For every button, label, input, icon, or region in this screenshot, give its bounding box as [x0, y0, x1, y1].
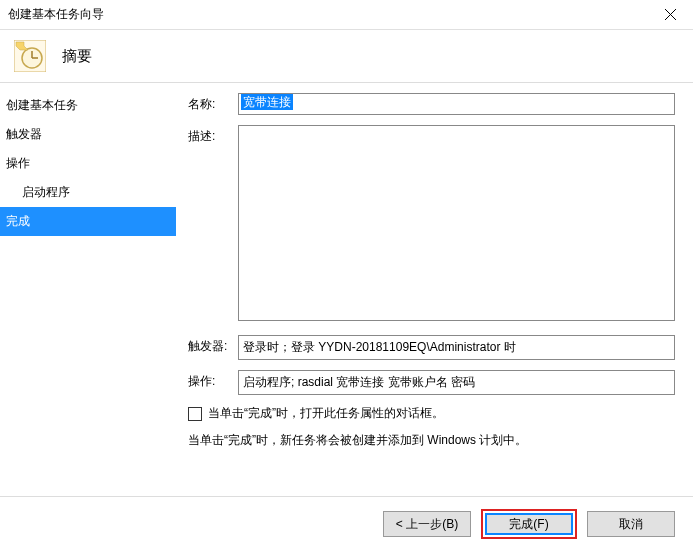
- row-name: 名称: 宽带连接: [188, 93, 675, 115]
- row-action: 操作: 启动程序; rasdial 宽带连接 宽带账户名 密码: [188, 370, 675, 395]
- close-button[interactable]: [648, 0, 693, 30]
- titlebar: 创建基本任务向导: [0, 0, 693, 30]
- action-label: 操作:: [188, 370, 238, 390]
- sidebar-item-start-program[interactable]: 启动程序: [0, 178, 176, 207]
- trigger-value[interactable]: 登录时；登录 YYDN-20181109EQ\Administrator 时: [238, 335, 675, 360]
- wizard-footer: < 上一步(B) 完成(F) 取消: [0, 496, 693, 551]
- clock-icon: [14, 40, 46, 72]
- cancel-button[interactable]: 取消: [587, 511, 675, 537]
- wizard-header: 摘要: [0, 30, 693, 82]
- finish-button-highlight: 完成(F): [481, 509, 577, 539]
- page-title: 摘要: [62, 47, 92, 66]
- open-properties-label: 当单击“完成”时，打开此任务属性的对话框。: [208, 405, 444, 422]
- info-text: 当单击“完成”时，新任务将会被创建并添加到 Windows 计划中。: [188, 432, 675, 449]
- back-button[interactable]: < 上一步(B): [383, 511, 471, 537]
- sidebar-item-trigger[interactable]: 触发器: [0, 120, 176, 149]
- content-area: 名称: 宽带连接 描述: 触发器: 登录时；登录 YYDN-20181109EQ…: [176, 83, 693, 496]
- finish-button[interactable]: 完成(F): [485, 513, 573, 535]
- description-label: 描述:: [188, 125, 238, 145]
- wizard-sidebar: 创建基本任务 触发器 操作 启动程序 完成: [0, 83, 176, 496]
- open-properties-checkbox[interactable]: [188, 407, 202, 421]
- sidebar-item-create-task[interactable]: 创建基本任务: [0, 91, 176, 120]
- action-value[interactable]: 启动程序; rasdial 宽带连接 宽带账户名 密码: [238, 370, 675, 395]
- trigger-label: 触发器:: [188, 335, 238, 355]
- sidebar-item-action[interactable]: 操作: [0, 149, 176, 178]
- open-properties-row: 当单击“完成”时，打开此任务属性的对话框。: [188, 405, 675, 422]
- name-input-value: 宽带连接: [241, 94, 293, 110]
- name-label: 名称:: [188, 93, 238, 113]
- row-description: 描述:: [188, 125, 675, 321]
- row-trigger: 触发器: 登录时；登录 YYDN-20181109EQ\Administrato…: [188, 335, 675, 360]
- main-area: 创建基本任务 触发器 操作 启动程序 完成 名称: 宽带连接 描述: 触发器: …: [0, 83, 693, 496]
- description-input[interactable]: [238, 125, 675, 321]
- close-icon: [665, 9, 676, 20]
- window-title: 创建基本任务向导: [8, 6, 104, 23]
- sidebar-item-finish[interactable]: 完成: [0, 207, 176, 236]
- name-input[interactable]: 宽带连接: [238, 93, 675, 115]
